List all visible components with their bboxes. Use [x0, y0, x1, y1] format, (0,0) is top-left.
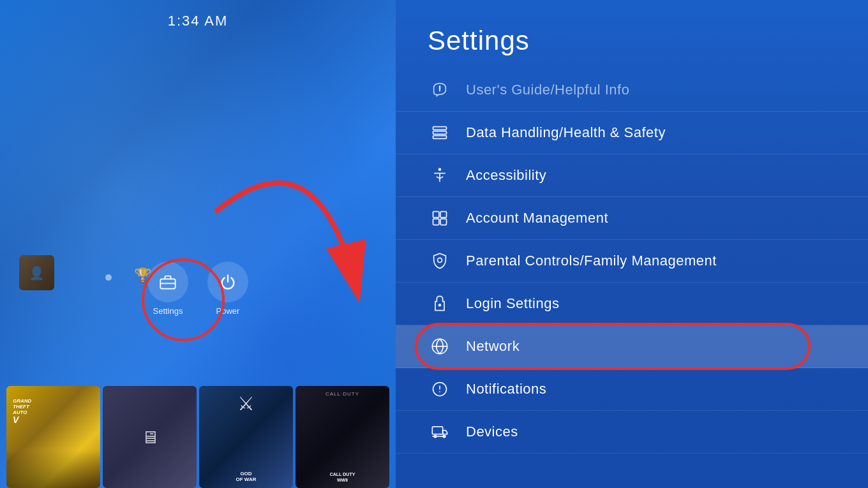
- parental-controls-icon: [428, 249, 452, 273]
- game-tile-gow[interactable]: GODOF WAR ⚔: [199, 386, 293, 488]
- network-icon: [428, 334, 452, 359]
- svg-rect-5: [433, 136, 447, 139]
- svg-point-9: [438, 168, 442, 171]
- gta-text: GRANDTHEFTAUTOV: [13, 399, 31, 425]
- game-tile-monitor[interactable]: 🖥: [103, 386, 197, 488]
- data-handling-icon: [428, 121, 452, 145]
- settings-icon-circle: [147, 262, 188, 302]
- notifications-icon: [428, 377, 452, 401]
- notifications-label: Notifications: [466, 381, 546, 397]
- right-panel: Settings User's Guide/Helpful Info: [396, 0, 868, 488]
- users-guide-icon: [428, 78, 452, 102]
- parental-controls-label: Parental Controls/Family Management: [466, 253, 717, 269]
- settings-item-network[interactable]: Network: [396, 325, 868, 368]
- devices-label: Devices: [466, 424, 518, 440]
- power-icon-circle: [207, 262, 248, 302]
- settings-item-accessibility[interactable]: Accessibility: [396, 154, 868, 197]
- power-icon: [219, 273, 237, 291]
- svg-rect-3: [433, 127, 447, 130]
- avatar: 👤: [19, 255, 54, 290]
- svg-point-14: [438, 258, 442, 262]
- network-label: Network: [466, 338, 520, 355]
- login-settings-label: Login Settings: [466, 295, 559, 312]
- svg-rect-4: [433, 131, 447, 135]
- game-tile-gta[interactable]: GRANDTHEFTAUTOV: [6, 386, 100, 488]
- accessibility-label: Accessibility: [466, 167, 546, 184]
- login-settings-icon: [428, 292, 452, 316]
- settings-label: Settings: [153, 306, 183, 316]
- game-tiles: GRANDTHEFTAUTOV 🖥 GODOF WAR ⚔ CALL·DUTYW…: [0, 360, 396, 488]
- svg-rect-11: [440, 212, 446, 218]
- data-handling-label: Data Handling/Health & Safety: [466, 124, 666, 141]
- settings-item-users-guide[interactable]: User's Guide/Helpful Info: [396, 69, 868, 112]
- settings-item-devices[interactable]: Devices: [396, 411, 868, 454]
- settings-item-data-handling[interactable]: Data Handling/Health & Safety: [396, 112, 868, 154]
- power-label: Power: [216, 306, 240, 316]
- settings-icon-item[interactable]: Settings: [147, 262, 188, 316]
- settings-title: Settings: [396, 19, 868, 69]
- svg-point-19: [439, 391, 440, 392]
- briefcase-icon: [159, 273, 177, 291]
- account-management-icon: [428, 206, 452, 230]
- game-tile-cod[interactable]: CALL·DUTYWWII CALL·DUTY: [296, 386, 389, 488]
- power-icon-item[interactable]: Power: [207, 262, 248, 316]
- accessibility-icon: [428, 163, 452, 188]
- account-management-label: Account Management: [466, 210, 608, 226]
- svg-rect-20: [432, 427, 442, 434]
- settings-item-account-management[interactable]: Account Management: [396, 197, 868, 240]
- settings-list: User's Guide/Helpful Info Data Handling/…: [396, 69, 868, 454]
- settings-item-login-settings[interactable]: Login Settings: [396, 283, 868, 325]
- bottom-icons-row: Settings Power: [147, 262, 248, 316]
- settings-item-notifications[interactable]: Notifications: [396, 368, 868, 411]
- time-display: 1:34 AM: [168, 13, 228, 29]
- svg-rect-12: [433, 219, 439, 225]
- cod-label: CALL·DUTYWWII: [296, 472, 389, 483]
- svg-rect-13: [440, 219, 446, 225]
- users-guide-label: User's Guide/Helpful Info: [466, 82, 629, 98]
- svg-point-15: [438, 304, 442, 307]
- notification-dot: [105, 274, 112, 281]
- left-panel: 1:34 AM 👤 🏆 Settings: [0, 0, 396, 488]
- settings-item-parental-controls[interactable]: Parental Controls/Family Management: [396, 240, 868, 283]
- devices-icon: [428, 420, 452, 444]
- svg-rect-10: [433, 212, 439, 218]
- gow-label: GODOF WAR: [199, 471, 293, 483]
